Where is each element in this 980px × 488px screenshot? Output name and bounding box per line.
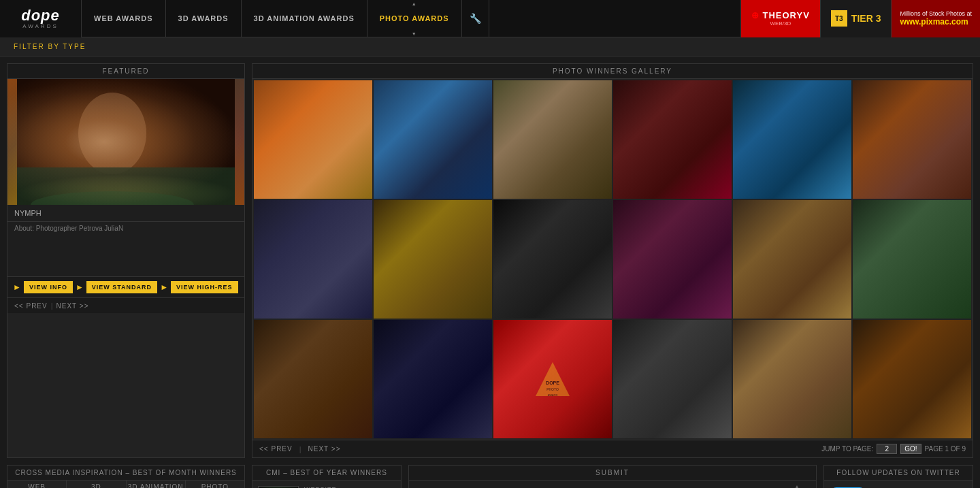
action-arrow-1: ► [13, 282, 21, 292]
sponsor2-label: TIER 3 [851, 13, 881, 24]
nav-3d-awards[interactable]: 3D AWARDS [166, 0, 242, 37]
filter-by-type-label: FILTER BY TYPE [14, 43, 86, 50]
tier3-icon: T3 [831, 10, 847, 27]
logo-subtext: AWARDS [21, 23, 60, 29]
search-icon: 🔧 [470, 13, 481, 24]
sponsor3-url: www.pixmac.com [900, 17, 968, 27]
featured-actions: ► VIEW INFO ► VIEW STANDARD ► VIEW HIGH-… [7, 276, 244, 297]
gallery-thumb-1[interactable] [254, 80, 372, 199]
cmi-panel: CMI – BEST OF YEAR WINNERS WEBSITE Site … [252, 465, 402, 488]
featured-prev[interactable]: << PREV [14, 302, 48, 310]
gallery-thumb-2[interactable] [374, 80, 492, 199]
dropdown-arrow-bottom: ▼ [412, 31, 417, 36]
gallery-thumb-5[interactable] [733, 80, 851, 199]
svg-text:DOPE: DOPE [546, 380, 559, 385]
gallery-next[interactable]: NEXT >> [308, 445, 341, 453]
featured-next[interactable]: NEXT >> [56, 302, 89, 310]
bottom-section: CROSS MEDIA INSPIRATION – BEST OF MONTH … [0, 465, 980, 488]
cm-tab-photo[interactable]: PHOTO [186, 481, 244, 488]
submit-button-text[interactable]: Submit to Dope [409, 481, 816, 488]
featured-image [7, 79, 244, 205]
header: dope AWARDS WEB AWARDS 3D AWARDS 3D ANIM… [0, 0, 980, 37]
gallery-thumb-10[interactable] [613, 200, 732, 319]
cross-media-tabs: WEB 3D 3D ANIMATION PHOTO [7, 481, 244, 488]
main-content: FEATURED [0, 56, 980, 465]
logo[interactable]: dope AWARDS [0, 0, 82, 37]
view-info-button[interactable]: VIEW INFO [24, 281, 73, 293]
main-nav: WEB AWARDS 3D AWARDS 3D ANIMATION AWARDS… [82, 0, 489, 37]
gallery-panel: PHOTO WINNERS GALLERY DOPE PHOTO AWARD [252, 63, 973, 458]
cm-tab-web[interactable]: WEB [7, 481, 67, 488]
gallery-grid: DOPE PHOTO AWARD [252, 79, 973, 440]
gallery-thumb-6[interactable] [853, 80, 971, 199]
nav-web-awards[interactable]: WEB AWARDS [82, 0, 166, 37]
featured-panel: FEATURED [7, 63, 245, 458]
go-button[interactable]: GO! [900, 444, 921, 454]
svg-rect-1 [17, 79, 235, 205]
action-arrow-2: ► [76, 282, 84, 292]
gallery-thumb-12[interactable] [853, 200, 971, 319]
cm-tab-3danim[interactable]: 3D ANIMATION [127, 481, 186, 488]
sponsor3-text: Millions of Stock Photos at [900, 10, 972, 17]
page-info: PAGE 1 OF 9 [925, 445, 966, 453]
page-jump-input[interactable] [877, 444, 897, 454]
sponsors: ⊕ THEORYV WEB/3D T3 TIER 3 Millions of S… [740, 0, 980, 37]
sponsor-pixmac[interactable]: Millions of Stock Photos at www.pixmac.c… [891, 0, 980, 37]
gallery-thumb-9[interactable] [493, 200, 612, 319]
view-standard-button[interactable]: VIEW STANDARD [86, 281, 157, 293]
jump-to-page-label: JUMP TO PAGE: [821, 445, 873, 453]
sponsor1-sub: WEB/3D [770, 20, 791, 27]
gallery-thumb-8[interactable] [374, 200, 492, 319]
cmi-content: WEBSITE Site Of The Year Nespresso Varia… [252, 481, 401, 488]
nav-3d-animation-awards[interactable]: 3D ANIMATION AWARDS [242, 0, 368, 37]
gallery-thumb-18[interactable] [853, 320, 971, 438]
cross-media-panel: CROSS MEDIA INSPIRATION – BEST OF MONTH … [7, 465, 245, 488]
logo-text: dope [21, 8, 60, 23]
submit-header: SUBMIT [409, 466, 816, 481]
twitter-panel: FOLLOW UPDATES ON TWITTER 🐦 Get the late… [823, 465, 973, 488]
nav-photo-awards[interactable]: ▲ PHOTO AWARDS ▼ [368, 0, 462, 37]
featured-artwork [7, 79, 244, 205]
submit-content: Submit to Dope dope [409, 481, 816, 488]
gallery-thumb-14[interactable] [374, 320, 492, 438]
search-button[interactable]: 🔧 [462, 0, 489, 37]
sponsor-theoryv[interactable]: ⊕ THEORYV WEB/3D [740, 0, 820, 37]
featured-image-container[interactable] [7, 79, 244, 205]
featured-description: About: Photographer Petrova JuliaN [7, 222, 244, 276]
twitter-header: FOLLOW UPDATES ON TWITTER [824, 466, 973, 481]
gallery-thumb-13[interactable] [254, 320, 372, 438]
svg-rect-3 [17, 167, 235, 205]
svg-marker-9 [783, 485, 811, 488]
gallery-thumb-11[interactable] [733, 200, 851, 319]
gallery-nav: << PREV | NEXT >> JUMP TO PAGE: GO! PAGE… [252, 440, 973, 457]
svg-text:PHOTO: PHOTO [546, 387, 559, 391]
cross-media-header: CROSS MEDIA INSPIRATION – BEST OF MONTH … [7, 466, 244, 481]
gallery-prev[interactable]: << PREV [259, 445, 293, 453]
cmi-header: CMI – BEST OF YEAR WINNERS [252, 466, 401, 481]
gallery-thumb-4[interactable] [613, 80, 732, 199]
submit-panel: SUBMIT Submit to Dope dope ◄ CLICK TO SU… [408, 465, 817, 488]
svg-point-2 [78, 93, 146, 174]
gallery-thumb-15[interactable]: DOPE PHOTO AWARD [493, 320, 612, 438]
featured-title: NYMPH [7, 205, 244, 222]
gallery-thumb-17[interactable] [733, 320, 851, 438]
svg-rect-0 [17, 79, 235, 205]
view-high-res-button[interactable]: VIEW HIGH-RES [171, 281, 238, 293]
subheader: FILTER BY TYPE [0, 37, 980, 56]
gallery-thumb-3[interactable] [493, 80, 612, 199]
featured-header: FEATURED [7, 64, 244, 79]
svg-text:AWARD: AWARD [548, 393, 558, 397]
sponsor1-name: ⊕ THEORYV [751, 10, 810, 20]
gallery-thumb-7[interactable] [254, 200, 372, 319]
twitter-content: 🐦 Get the latest updates posted direct t… [824, 481, 973, 488]
gallery-nav-right: JUMP TO PAGE: GO! PAGE 1 OF 9 [821, 444, 966, 454]
dope-corner-logo: dope [782, 484, 813, 488]
action-arrow-3: ► [160, 282, 168, 292]
dropdown-arrow-top: ▲ [412, 1, 417, 6]
sponsor-tier3[interactable]: T3 TIER 3 [820, 0, 892, 37]
gallery-header: PHOTO WINNERS GALLERY [252, 64, 973, 79]
svg-point-4 [31, 191, 194, 205]
gallery-thumb-16[interactable] [613, 320, 732, 438]
gallery-nav-left: << PREV | NEXT >> [259, 445, 341, 453]
cm-tab-3d[interactable]: 3D [67, 481, 126, 488]
